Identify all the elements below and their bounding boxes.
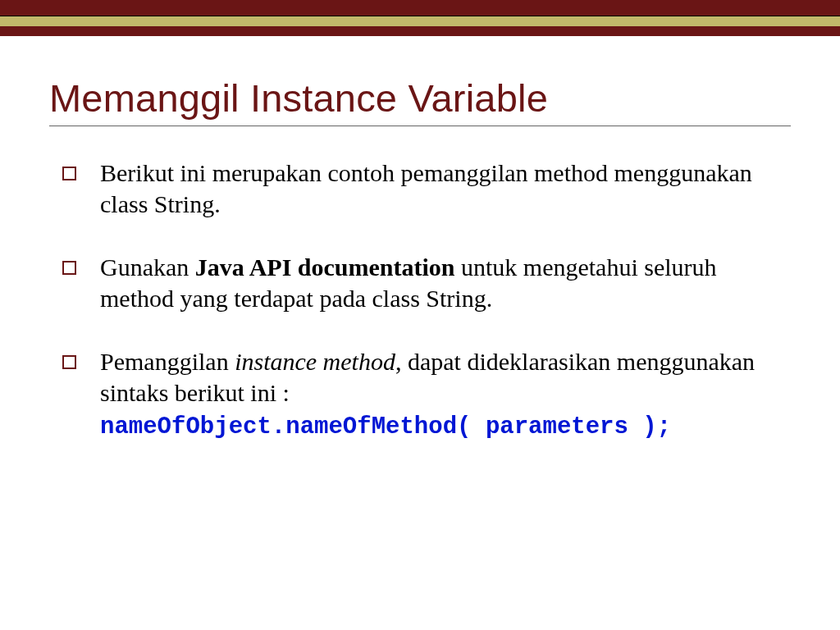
bullet-text: Berikut ini merupakan contoh pemanggilan…: [100, 159, 752, 217]
bar-segment: [0, 26, 840, 36]
slide-content: Memanggil Instance Variable Berikut ini …: [0, 36, 840, 442]
bar-segment: [0, 0, 840, 16]
bullet-text-pre: Gunakan: [100, 253, 195, 281]
slide-title: Memanggil Instance Variable: [49, 75, 791, 126]
bar-segment: [0, 16, 840, 26]
code-line: nameOfObject.nameOfMethod( parameters );: [100, 413, 791, 442]
bullet-list: Berikut ini merupakan contoh pemanggilan…: [49, 158, 791, 442]
bullet-text-bold: Java API documentation: [195, 253, 455, 281]
decorative-header-bar: [0, 0, 840, 36]
bullet-item: Pemanggilan instance method, dapat didek…: [85, 346, 791, 442]
bullet-item: Berikut ini merupakan contoh pemanggilan…: [85, 158, 791, 219]
bullet-text-italic: instance method: [235, 348, 395, 375]
bullet-item: Gunakan Java API documentation untuk men…: [85, 252, 791, 313]
bullet-text-pre: Pemanggilan: [100, 348, 235, 375]
